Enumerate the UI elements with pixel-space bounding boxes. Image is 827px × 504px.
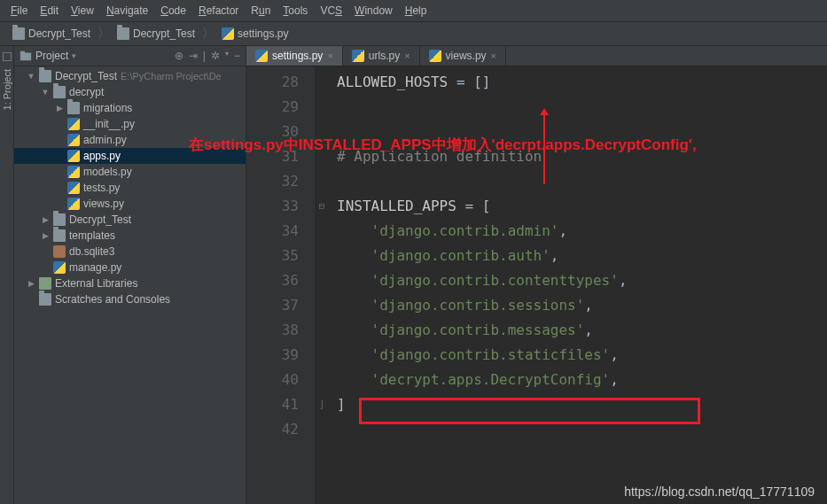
code-line[interactable] [337, 169, 628, 194]
annotation-text: 在settings.py中INSTALLED_APPS中增加入'decrpt.a… [189, 135, 697, 155]
py-icon [67, 166, 80, 178]
tree-item[interactable]: Scratches and Consoles [14, 291, 246, 307]
menu-vcs[interactable]: VCS [315, 3, 347, 19]
dir-icon [117, 27, 129, 40]
code-line[interactable]: 'django.contrib.staticfiles', [337, 343, 628, 368]
gear-icon[interactable]: ✲ [211, 50, 220, 62]
project-tool-tab[interactable]: 1: Project [1, 66, 13, 113]
code-line[interactable]: 'django.contrib.contenttypes', [337, 268, 628, 293]
tree-item[interactable]: ▼decrypt [14, 84, 246, 100]
collapse-icon[interactable]: ⇥ [189, 50, 198, 62]
tree-item[interactable]: ▶External Libraries [14, 275, 246, 291]
menu-edit[interactable]: Edit [35, 3, 64, 19]
code-line[interactable]: 'decrypt.apps.DecryptConfig', [337, 368, 628, 392]
fold-marker [316, 293, 328, 318]
code-line[interactable]: 'django.contrib.auth', [337, 244, 628, 268]
tree-arrow-icon[interactable]: ▼ [27, 72, 35, 81]
menu-refactor[interactable]: Refactor [193, 3, 244, 19]
tree-arrow-icon[interactable]: ▶ [55, 104, 64, 112]
tree-item[interactable]: ▶templates [14, 228, 246, 244]
line-number: 32 [254, 169, 299, 194]
tree-item[interactable]: db.sqlite3 [14, 244, 246, 260]
tree-arrow-icon[interactable]: ▶ [41, 231, 50, 240]
line-number: 36 [254, 268, 299, 293]
watermark: https://blog.csdn.net/qq_17771109 [624, 485, 815, 499]
fold-marker [316, 368, 328, 392]
project-panel-title[interactable]: Project ▾ [20, 50, 171, 62]
code-line[interactable]: INSTALLED_APPS = [ [337, 194, 628, 219]
lib-icon [39, 277, 51, 290]
tree-arrow-icon[interactable]: ▼ [41, 88, 50, 97]
menu-view[interactable]: View [66, 3, 99, 19]
dir-icon [53, 213, 66, 226]
code-editor[interactable]: 282930313233343536373839404142 ⊟⌋ ALLOWE… [246, 66, 827, 504]
breadcrumb-item[interactable]: Decrypt_Test [112, 26, 200, 42]
close-icon[interactable]: × [327, 50, 332, 61]
editor-tab[interactable]: views.py× [420, 46, 506, 66]
close-icon[interactable]: × [491, 50, 496, 61]
fold-marker[interactable]: ⊟ [316, 194, 328, 219]
dir-icon [53, 229, 66, 242]
editor-area: settings.py×urls.py×views.py× 2829303132… [246, 46, 827, 504]
editor-tab[interactable]: settings.py× [246, 46, 343, 66]
fold-marker [316, 70, 328, 95]
project-tree[interactable]: ▼Decrypt_Test E:\PyCharm Project\De▼decr… [14, 66, 246, 504]
code-line[interactable]: 'django.contrib.sessions', [337, 293, 628, 318]
chevron-right-icon: 〉 [98, 26, 110, 42]
minimize-icon[interactable]: − [234, 50, 240, 62]
chevron-down-icon[interactable]: ▾ [225, 50, 229, 62]
code-line[interactable] [337, 95, 628, 120]
tree-item[interactable]: ▶migrations [14, 100, 246, 116]
line-number: 37 [254, 293, 299, 318]
editor-tab[interactable]: urls.py× [343, 46, 420, 66]
tree-item[interactable]: ▼Decrypt_Test E:\PyCharm Project\De [14, 68, 246, 84]
menu-tools[interactable]: Tools [277, 3, 313, 19]
dir-icon [39, 293, 51, 306]
tree-item[interactable]: ▶Decrypt_Test [14, 212, 246, 228]
line-number: 42 [254, 417, 299, 442]
line-number: 34 [254, 219, 299, 244]
menu-bar: FileEditViewNavigateCodeRefactorRunTools… [0, 0, 827, 22]
line-number: 39 [254, 343, 299, 368]
code-line[interactable]: 'django.contrib.messages', [337, 318, 628, 343]
tree-item[interactable]: __init__.py [14, 116, 246, 132]
dir-icon [67, 102, 80, 114]
tree-item[interactable]: tests.py [14, 180, 246, 196]
project-panel-header: Project ▾ ⊕ ⇥ | ✲ ▾ − [14, 46, 246, 66]
fold-gutter: ⊟⌋ [316, 66, 328, 504]
breadcrumb-item[interactable]: settings.py [216, 26, 293, 42]
chevron-right-icon: 〉 [202, 26, 215, 42]
py-icon [67, 134, 80, 146]
project-panel: Project ▾ ⊕ ⇥ | ✲ ▾ − ▼Decrypt_Test E:\P… [14, 46, 246, 504]
fold-marker [316, 95, 328, 120]
locate-icon[interactable]: ⊕ [175, 50, 183, 62]
highlight-box [359, 398, 700, 424]
py-icon [67, 118, 80, 130]
tree-item[interactable]: models.py [14, 164, 246, 180]
tree-item[interactable]: manage.py [14, 260, 246, 275]
fold-marker[interactable]: ⌋ [316, 392, 328, 417]
tree-arrow-icon[interactable]: ▶ [41, 215, 50, 224]
tree-item[interactable]: views.py [14, 196, 246, 212]
code-content[interactable]: ALLOWED_HOSTS = [] # Application definit… [328, 66, 636, 504]
python-icon [255, 50, 268, 62]
breadcrumb-item[interactable]: Decrypt_Test [7, 26, 96, 42]
py-icon [67, 198, 80, 210]
menu-code[interactable]: Code [155, 3, 191, 19]
menu-run[interactable]: Run [246, 3, 276, 19]
menu-window[interactable]: Window [349, 3, 398, 19]
menu-help[interactable]: Help [400, 3, 433, 19]
python-icon [352, 50, 364, 62]
fold-marker [316, 169, 328, 194]
line-number: 33 [254, 194, 299, 219]
menu-file[interactable]: File [5, 3, 33, 19]
menu-navigate[interactable]: Navigate [101, 3, 153, 19]
close-icon[interactable]: × [404, 50, 410, 61]
structure-icon[interactable] [2, 51, 12, 62]
tree-arrow-icon[interactable]: ▶ [27, 279, 35, 288]
fold-marker [316, 244, 328, 268]
code-line[interactable]: 'django.contrib.admin', [337, 219, 628, 244]
code-line[interactable]: ALLOWED_HOSTS = [] [337, 70, 628, 95]
db-icon [53, 245, 66, 258]
divider-icon: | [203, 50, 206, 62]
